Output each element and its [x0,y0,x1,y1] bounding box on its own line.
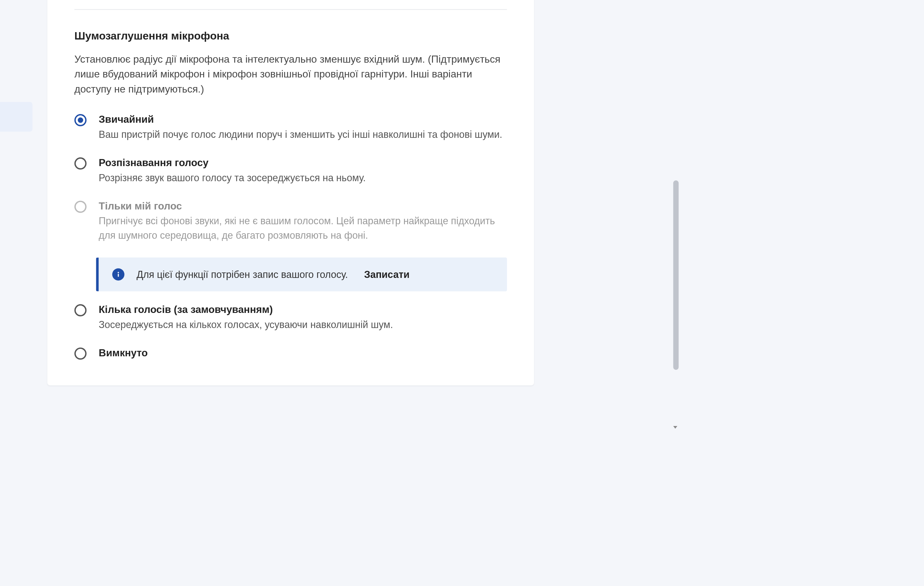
radio-button[interactable] [74,114,87,127]
radio-label: Тільки мій голос [99,200,507,212]
radio-description: Розрізняє звук вашого голосу та зосередж… [99,171,507,185]
noise-heading: Шумозаглушення мікрофона [74,30,507,42]
radio-description: Зосереджується на кількох голосах, усува… [99,318,507,332]
radio-label: Звичайний [99,113,507,125]
sidebar-item-modes[interactable]: Режими [0,9,32,38]
radio-description: Ваш пристрій почує голос людини поруч і … [99,128,507,142]
radio-button[interactable] [74,201,87,213]
radio-option-off[interactable]: Вимкнуто [74,347,507,361]
info-banner: Для цієї функції потрібен запис вашого г… [96,258,507,291]
radio-option-normal[interactable]: Звичайний Ваш пристрій почує голос людин… [74,113,507,142]
info-icon [112,268,125,281]
radio-option-voice-recognition[interactable]: Розпізнавання голосу Розрізняє звук вашо… [74,157,507,185]
radio-description: Пригнічує всі фонові звуки, які не є ваш… [99,214,507,243]
divider [74,9,507,10]
info-text: Для цієї функції потрібен запис вашого г… [137,269,348,280]
scroll-thumb[interactable] [673,180,679,370]
radio-button[interactable] [74,157,87,170]
noise-description: Установлює радіус дії мікрофона та інтел… [74,52,507,96]
sidebar-item-input[interactable]: Ввід [0,133,32,163]
radio-label: Кілька голосів (за замовчуванням) [99,304,507,315]
svg-point-28 [118,272,119,273]
record-voice-link[interactable]: Записати [364,269,409,280]
radio-button[interactable] [74,348,87,360]
scrollbar[interactable] [670,0,680,432]
sidebar-item-gestures[interactable]: Жести [0,196,32,225]
settings-card: Мікрофон (внутрішній) Шумозаглушення мік… [48,0,534,386]
radio-button[interactable] [74,305,87,317]
settings-sidebar: Налаштування пристрою Відомості про прис… [0,0,32,432]
scroll-down-button[interactable] [670,422,680,432]
radio-option-only-my-voice[interactable]: Тільки мій голос Пригнічує всі фонові зв… [74,200,507,243]
svg-rect-29 [118,274,119,277]
sidebar-item-audio[interactable]: Звук [0,102,32,132]
radio-label: Розпізнавання голосу [99,157,507,168]
sidebar-item-widgets[interactable]: Віджети [0,227,32,257]
sidebar-item-network[interactable]: Мережа [0,164,32,194]
radio-option-multiple-voices[interactable]: Кілька голосів (за замовчуванням) Зосере… [74,304,507,332]
radio-label: Вимкнуто [99,347,507,359]
sidebar-item-power[interactable]: Живлення [0,40,32,70]
sidebar-item-device-info[interactable]: Відомості про пристрій [0,0,32,7]
sidebar-item-display[interactable]: Дисплей [0,71,32,101]
